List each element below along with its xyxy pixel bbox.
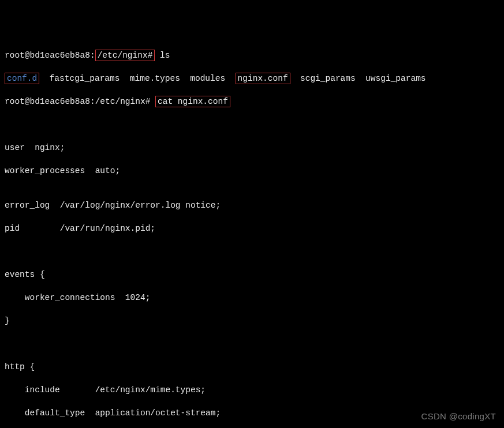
conf-line: events { (5, 269, 499, 280)
boxed-cat-cmd: cat nginx.conf (155, 96, 230, 107)
prompt-user-host: root@bd1eac6eb8a8: (5, 51, 95, 60)
conf-line: } (5, 315, 499, 326)
ls-output: conf.d fastcgi_params mime.types modules… (5, 73, 499, 84)
prompt-line-1: root@bd1eac6eb8a8:/etc/nginx# ls (5, 50, 499, 61)
boxed-path: /etc/nginx# (95, 50, 155, 61)
conf-line: worker_connections 1024; (5, 292, 499, 303)
ls-entry-confd: conf.d (5, 73, 39, 84)
ls-entries-rest: scgi_params uwsgi_params (300, 74, 426, 83)
watermark: CSDN @codingXT (421, 411, 496, 422)
conf-line: include /etc/nginx/mime.types; (5, 384, 499, 396)
prompt-full: root@bd1eac6eb8a8:/etc/nginx# (5, 97, 150, 106)
command-ls: ls (160, 51, 170, 60)
ls-entries-mid: fastcgi_params mime.types modules (50, 74, 236, 83)
conf-line: pid /var/run/nginx.pid; (5, 223, 499, 234)
conf-line: error_log /var/log/nginx/error.log notic… (5, 200, 499, 211)
conf-line: worker_processes auto; (5, 165, 499, 177)
conf-line: http { (5, 361, 499, 373)
prompt-line-2: root@bd1eac6eb8a8:/etc/nginx# cat nginx.… (5, 96, 499, 107)
ls-entry-nginxconf: nginx.conf (236, 73, 290, 84)
conf-line: user nginx; (5, 142, 499, 153)
